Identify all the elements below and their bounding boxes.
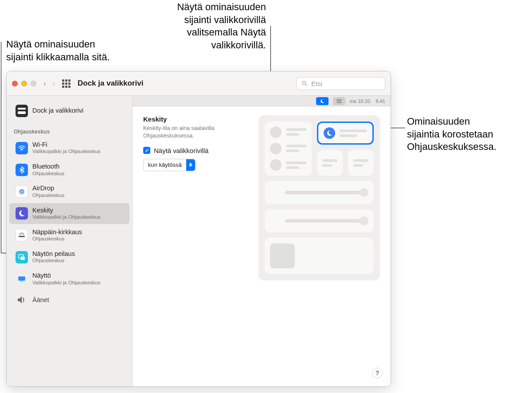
sidebar-item-sound[interactable]: Äänet bbox=[9, 290, 129, 310]
zoom-button[interactable] bbox=[31, 81, 36, 86]
svg-point-0 bbox=[302, 81, 305, 84]
menubar-preview: ma 18.10. 9.41 bbox=[133, 96, 391, 106]
menubar-controlcenter-pill[interactable] bbox=[333, 97, 345, 105]
svg-line-1 bbox=[305, 84, 307, 86]
show-condition-dropdown[interactable]: kun käytössä bbox=[143, 159, 196, 171]
cc-slider-placeholder bbox=[265, 209, 374, 232]
display-icon bbox=[16, 273, 28, 285]
cc-focus-tile-highlighted[interactable] bbox=[317, 122, 374, 145]
show-in-menubar-label: Näytä valikkorivillä bbox=[154, 147, 208, 154]
help-button[interactable]: ? bbox=[372, 368, 383, 378]
sidebar-item-dock-menubar[interactable]: Dock ja valikkorivi bbox=[9, 101, 129, 121]
callout-menubar-option: Näytä ominaisuudensijainti valikkorivill… bbox=[168, 1, 266, 51]
content-area: Dock ja valikkorivi Ohjauskeskus Wi-Fi V… bbox=[7, 96, 391, 386]
dock-icon bbox=[16, 105, 28, 117]
menubar-date: ma 18.10. bbox=[350, 98, 372, 104]
cc-media-placeholder bbox=[265, 238, 374, 274]
sidebar: Dock ja valikkorivi Ohjauskeskus Wi-Fi V… bbox=[7, 96, 133, 386]
dropdown-value: kun käytössä bbox=[144, 160, 186, 170]
svg-rect-3 bbox=[18, 111, 26, 114]
svg-rect-9 bbox=[21, 256, 25, 260]
sidebar-item-label: Bluetooth bbox=[32, 163, 64, 170]
search-icon bbox=[301, 80, 308, 86]
chevron-updown-icon bbox=[186, 159, 195, 171]
sidebar-item-airdrop[interactable]: AirDrop Ohjauskeskus bbox=[9, 181, 129, 202]
sidebar-item-screen-mirroring[interactable]: Näytön peilaus Ohjauskeskus bbox=[9, 247, 129, 267]
sound-icon bbox=[16, 294, 28, 306]
svg-point-4 bbox=[21, 150, 22, 151]
callout-line bbox=[1, 42, 1, 253]
sidebar-item-label: Näyttö bbox=[32, 272, 100, 279]
close-button[interactable] bbox=[12, 81, 18, 86]
sidebar-item-keyboard-brightness[interactable]: Näppäin-kirkkaus Ohjauskeskus bbox=[9, 225, 129, 246]
cc-tile-placeholder bbox=[348, 150, 374, 176]
nav-arrows: ‹ › bbox=[43, 79, 55, 88]
sidebar-item-sublabel: Valikkopalkki ja Ohjauskeskus bbox=[32, 214, 100, 220]
svg-rect-13 bbox=[336, 101, 342, 102]
nav-back-button[interactable]: ‹ bbox=[43, 79, 46, 88]
cc-slider-placeholder bbox=[265, 181, 374, 204]
svg-point-5 bbox=[21, 191, 23, 193]
nav-forward-button[interactable]: › bbox=[52, 79, 55, 88]
window-controls bbox=[12, 81, 36, 86]
sidebar-item-label: Wi-Fi bbox=[32, 141, 100, 149]
moon-icon bbox=[16, 207, 28, 220]
sidebar-item-sublabel: Ohjauskeskus bbox=[32, 193, 64, 199]
sidebar-item-sublabel: Ohjauskeskus bbox=[32, 171, 64, 177]
wifi-icon bbox=[16, 142, 28, 154]
sidebar-item-display[interactable]: Näyttö Valikkopalkki ja Ohjauskeskus bbox=[9, 268, 129, 289]
search-field[interactable]: Etsi bbox=[297, 77, 385, 90]
keyboard-brightness-icon bbox=[16, 229, 28, 241]
sidebar-item-sublabel: Ohjauskeskus bbox=[32, 236, 82, 242]
moon-icon bbox=[324, 127, 335, 139]
sidebar-item-sublabel: Valikkopalkki ja Ohjauskeskus bbox=[32, 280, 100, 286]
svg-rect-2 bbox=[18, 108, 26, 110]
menubar-focus-pill[interactable] bbox=[316, 97, 329, 105]
svg-rect-10 bbox=[18, 276, 25, 281]
callout-click-sidebar: Näytä ominaisuudensijainti klikkaamalla … bbox=[6, 38, 110, 63]
svg-rect-11 bbox=[20, 281, 23, 282]
show-in-menubar-checkbox[interactable]: ✓ bbox=[143, 147, 150, 154]
menubar-time: 9.41 bbox=[376, 98, 385, 104]
sidebar-item-sublabel: Ohjauskeskus bbox=[32, 258, 75, 264]
sidebar-item-bluetooth[interactable]: Bluetooth Ohjauskeskus bbox=[9, 159, 129, 180]
cc-tile-placeholder bbox=[265, 122, 312, 176]
search-placeholder: Etsi bbox=[311, 80, 322, 87]
sidebar-item-label: Keskity bbox=[32, 207, 100, 214]
sidebar-item-label: Äänet bbox=[32, 296, 49, 304]
callout-line bbox=[270, 26, 271, 72]
titlebar: ‹ › Dock ja valikkorivi Etsi bbox=[7, 71, 391, 96]
main-pane: ma 18.10. 9.41 Keskity Keskity-tila on a… bbox=[133, 96, 391, 386]
screen-mirroring-icon bbox=[16, 251, 28, 263]
sidebar-item-label: Näppäin-kirkkaus bbox=[32, 228, 82, 236]
minimize-button[interactable] bbox=[21, 81, 27, 86]
settings-pane: Keskity Keskity-tila on aina saatavilla … bbox=[133, 106, 391, 289]
window-title: Dock ja valikkorivi bbox=[78, 79, 143, 88]
show-all-icon[interactable] bbox=[62, 79, 70, 88]
bluetooth-icon bbox=[16, 164, 28, 176]
airdrop-icon bbox=[16, 185, 28, 198]
callout-line bbox=[389, 128, 405, 128]
svg-point-6 bbox=[20, 189, 24, 194]
sidebar-section-header: Ohjauskeskus bbox=[7, 124, 132, 137]
moon-icon bbox=[320, 98, 325, 104]
sidebar-item-label: AirDrop bbox=[32, 185, 64, 192]
sidebar-item-label: Näytön peilaus bbox=[32, 250, 75, 258]
svg-rect-12 bbox=[336, 99, 342, 100]
switches-icon bbox=[336, 99, 342, 103]
control-center-preview bbox=[258, 115, 380, 280]
cc-tile-placeholder bbox=[317, 150, 343, 176]
sidebar-item-label: Dock ja valikkorivi bbox=[32, 107, 83, 114]
preferences-window: ‹ › Dock ja valikkorivi Etsi Dock ja val… bbox=[6, 71, 391, 387]
sidebar-item-wifi[interactable]: Wi-Fi Valikkopalkki ja Ohjauskeskus bbox=[9, 138, 129, 158]
pane-title: Keskity bbox=[143, 115, 245, 123]
sidebar-item-focus[interactable]: Keskity Valikkopalkki ja Ohjauskeskus bbox=[9, 203, 129, 224]
sidebar-item-sublabel: Valikkopalkki ja Ohjauskeskus bbox=[32, 149, 100, 155]
pane-description: Keskity-tila on aina saatavilla Ohjauske… bbox=[143, 125, 245, 140]
callout-control-center-highlight: Ominaisuudensijaintia korostetaanOhjausk… bbox=[407, 115, 497, 153]
svg-rect-7 bbox=[19, 236, 25, 237]
